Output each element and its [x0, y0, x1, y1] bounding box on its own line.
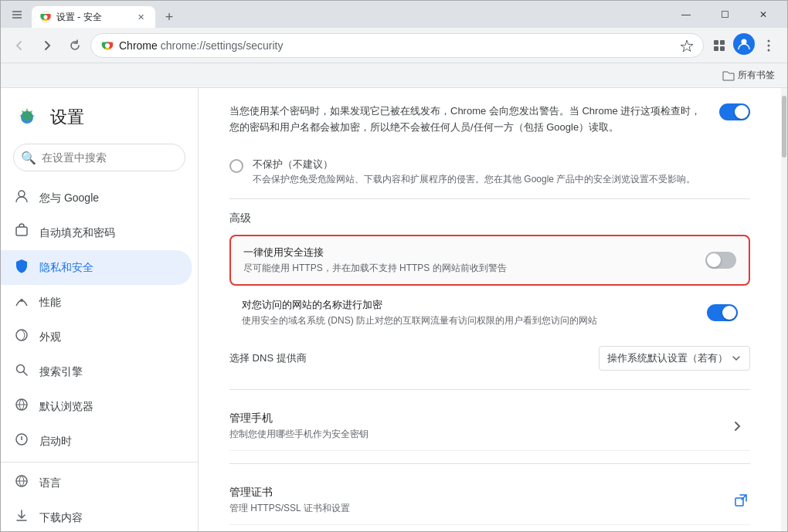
dns-provider-row: 选择 DNS 提供商 操作系统默认设置（若有）: [229, 340, 750, 377]
svg-point-2: [44, 15, 48, 19]
toolbar: Chrome chrome://settings/security: [1, 28, 787, 63]
manage-cert-external-link[interactable]: [732, 491, 750, 510]
sidebar-item-language[interactable]: 语言: [1, 466, 192, 500]
advanced-heading: 高级: [229, 212, 750, 225]
language-icon: [13, 473, 30, 493]
manage-phone-arrow[interactable]: [725, 414, 750, 439]
close-button[interactable]: ✕: [746, 2, 781, 27]
toolbar-actions: [707, 33, 781, 58]
no-protect-option[interactable]: 不保护（不建议） 不会保护您免受危险网站、下载内容和扩展程序的侵害。您在其他 G…: [229, 158, 750, 186]
warning-toggle[interactable]: [719, 103, 750, 120]
search-input[interactable]: [13, 144, 185, 171]
sidebar-item-autofill[interactable]: 自动填充和密码: [1, 215, 192, 250]
window-controls: — ☐ ✕: [668, 2, 781, 27]
scrollbar-track: [781, 88, 787, 531]
reload-button[interactable]: [63, 33, 87, 58]
dns-toggle[interactable]: [707, 304, 738, 321]
warning-toggle-knob: [735, 105, 749, 119]
sidebar-label-google: 您与 Google: [39, 191, 99, 205]
svg-point-14: [19, 191, 25, 197]
tab-strip-menu[interactable]: [7, 5, 27, 25]
menu-button[interactable]: [756, 33, 781, 58]
scrollbar-thumb[interactable]: [782, 96, 786, 158]
downloads-icon: [13, 508, 30, 527]
bookmark-star-icon[interactable]: [680, 39, 694, 53]
address-bar[interactable]: Chrome chrome://settings/security: [90, 33, 704, 58]
titlebar: 设置 - 安全 ✕ + — ☐ ✕: [1, 1, 787, 28]
minimize-button[interactable]: —: [668, 2, 704, 27]
https-setting-desc: 尽可能使用 HTTPS，并在加载不支持 HTTPS 的网站前收到警告: [243, 262, 705, 275]
https-setting-row: 一律使用安全连接 尽可能使用 HTTPS，并在加载不支持 HTTPS 的网站前收…: [229, 235, 750, 286]
extensions-button[interactable]: [707, 33, 732, 58]
search-icon: 🔍: [21, 151, 36, 165]
sidebar-label-browser: 默认浏览器: [39, 400, 93, 414]
no-protect-radio[interactable]: [229, 159, 243, 173]
svg-point-4: [105, 43, 110, 48]
sidebar-item-privacy[interactable]: 隐私和安全: [1, 250, 192, 285]
no-protect-title: 不保护（不建议）: [253, 158, 695, 171]
dns-encrypt-left: 对您访问的网站的名称进行加密 使用安全的域名系统 (DNS) 防止对您的互联网流…: [242, 298, 707, 327]
manage-cert-row: 管理证书 管理 HTTPS/SSL 证书和设置: [229, 476, 750, 525]
sidebar-item-appearance[interactable]: 外观: [1, 320, 192, 354]
autofill-icon: [13, 223, 30, 242]
dns-provider-label: 选择 DNS 提供商: [229, 351, 307, 365]
sidebar-label-downloads: 下载内容: [39, 511, 83, 525]
no-protect-desc: 不会保护您免受危险网站、下载内容和扩展程序的侵害。您在其他 Google 产品中…: [253, 173, 695, 186]
sidebar-item-google[interactable]: 您与 Google: [1, 181, 192, 215]
warning-text: 当您使用某个密码时，如果发现它已被在线发布，Chrome 会向您发出警告。当 C…: [229, 103, 704, 136]
manage-cert-flex: 管理证书 管理 HTTPS/SSL 证书和设置: [229, 486, 750, 515]
url-display: Chrome chrome://settings/security: [119, 39, 675, 52]
settings-logo: [13, 103, 41, 131]
https-toggle-knob: [707, 253, 721, 267]
new-tab-button[interactable]: +: [158, 6, 180, 28]
search-engine-icon: [13, 362, 30, 381]
maximize-button[interactable]: ☐: [707, 2, 742, 27]
svg-rect-6: [720, 40, 725, 45]
manage-phone-row: 管理手机 控制您使用哪些手机作为安全密钥: [229, 402, 750, 451]
dns-provider-select[interactable]: 操作系统默认设置（若有）: [599, 346, 750, 371]
sidebar-label-privacy: 隐私和安全: [39, 261, 93, 275]
svg-rect-5: [714, 40, 718, 45]
sidebar-item-browser[interactable]: 默认浏览器: [1, 389, 192, 424]
manage-cert-desc: 管理 HTTPS/SSL 证书和设置: [229, 502, 350, 515]
sidebar-label-language: 语言: [39, 476, 61, 490]
https-toggle[interactable]: [705, 252, 736, 269]
svg-point-17: [16, 330, 27, 341]
appearance-icon: [13, 327, 30, 347]
sidebar-label-appearance: 外观: [39, 330, 61, 344]
svg-point-16: [20, 299, 23, 302]
back-button[interactable]: [7, 33, 32, 58]
sidebar-item-performance[interactable]: 性能: [1, 285, 192, 320]
section-divider-3: [229, 463, 750, 464]
svg-rect-8: [720, 46, 725, 51]
profile-button[interactable]: [733, 33, 755, 55]
active-tab[interactable]: 设置 - 安全 ✕: [32, 6, 155, 28]
sidebar-item-downloads[interactable]: 下载内容: [1, 500, 192, 531]
bookmarks-label: 所有书签: [738, 69, 775, 82]
dns-toggle-knob: [722, 306, 736, 320]
sidebar-item-search[interactable]: 搜索引擎: [1, 354, 192, 389]
svg-point-11: [768, 44, 770, 46]
manage-phone-desc: 控制您使用哪些手机作为安全密钥: [229, 428, 369, 441]
bookmarks-folder[interactable]: 所有书签: [716, 66, 781, 85]
dns-provider-value: 操作系统默认设置（若有）: [607, 351, 728, 365]
forward-button[interactable]: [35, 33, 59, 58]
sidebar-label-performance: 性能: [39, 296, 61, 310]
bookmarks-bar: 所有书签: [1, 63, 787, 88]
settings-title: 设置: [50, 106, 84, 129]
dns-encrypt-title: 对您访问的网站的名称进行加密: [242, 298, 707, 312]
privacy-icon: [13, 258, 30, 277]
manage-cert-text: 管理证书 管理 HTTPS/SSL 证书和设置: [229, 486, 350, 515]
sidebar-item-startup[interactable]: 启动时: [1, 424, 192, 459]
manage-phone-title: 管理手机: [229, 412, 369, 425]
browser-window: 设置 - 安全 ✕ + — ☐ ✕: [0, 0, 788, 532]
browser-icon: [13, 397, 30, 416]
manage-cert-title: 管理证书: [229, 486, 350, 500]
svg-rect-15: [16, 227, 27, 236]
tab-favicon: [39, 11, 52, 23]
svg-point-10: [768, 39, 770, 42]
url-path: chrome://settings/security: [161, 39, 284, 52]
tab-close-button[interactable]: ✕: [134, 10, 148, 24]
chrome-logo: [100, 39, 114, 53]
content-area: 当您使用某个密码时，如果发现它已被在线发布，Chrome 会向您发出警告。当 C…: [199, 88, 781, 531]
